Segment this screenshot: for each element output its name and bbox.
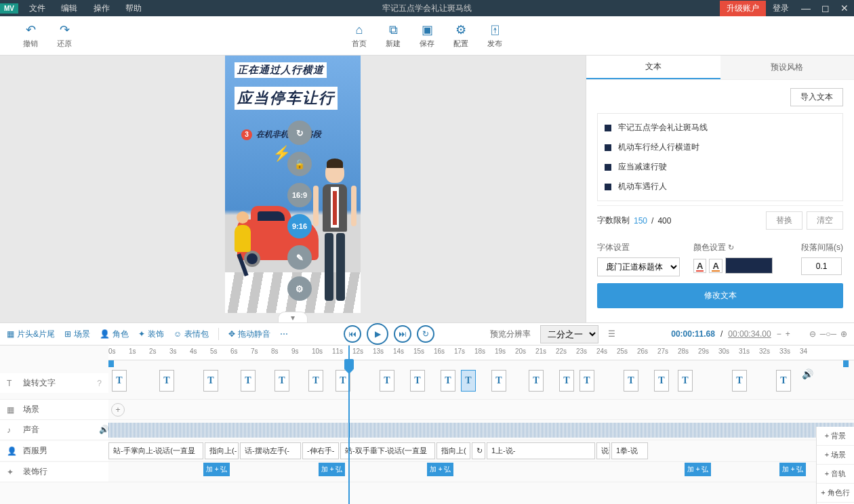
minimize-icon[interactable]: — bbox=[796, 3, 816, 14]
text-clip[interactable]: T bbox=[441, 370, 455, 392]
animation-clip[interactable]: 说话-摆动右手(一 bbox=[596, 442, 610, 459]
ratio-16-9-button[interactable]: 16:9 bbox=[287, 183, 312, 207]
list-item[interactable]: 应当减速行驶 bbox=[602, 157, 838, 177]
text-color-button[interactable]: A bbox=[693, 259, 706, 273]
list-item[interactable]: 机动车行经人行横道时 bbox=[602, 138, 838, 157]
clear-button[interactable]: 清空 bbox=[807, 211, 843, 230]
text-clip[interactable]: T bbox=[732, 370, 747, 392]
text-clip[interactable]: T bbox=[274, 370, 289, 392]
add-scene-button[interactable]: + 场景 bbox=[817, 446, 854, 465]
layers-icon[interactable]: ☰ bbox=[608, 329, 615, 339]
home-button[interactable]: ⌂首页 bbox=[342, 18, 376, 53]
zoom-out-icon[interactable]: ⊖ bbox=[809, 329, 816, 339]
animation-clip[interactable]: 站-双手垂下-说话(一直显 bbox=[340, 442, 435, 459]
upgrade-button[interactable]: 升级账户 bbox=[720, 1, 766, 16]
time-plus[interactable]: + bbox=[786, 329, 790, 339]
time-ruler[interactable]: 0s1s2s3s4s5s6s7s8s9s10s11s12s13s14s15s16… bbox=[108, 345, 854, 360]
tb-emoji[interactable]: ☺ 表情包 bbox=[174, 329, 209, 340]
animation-clip[interactable]: 1上-说- bbox=[487, 442, 595, 459]
deco-clip[interactable]: 加 + 弘 bbox=[203, 463, 230, 476]
add-background-button[interactable]: + 背景 bbox=[817, 427, 854, 446]
text-list[interactable]: 牢记五点学会礼让斑马线 机动车行经人行横道时 应当减速行驶 机动车遇行人 bbox=[597, 113, 843, 201]
lock-tool[interactable]: 🔓 bbox=[287, 152, 312, 176]
list-item[interactable]: 机动车遇行人 bbox=[602, 177, 838, 196]
preview-select[interactable]: 二分之一 bbox=[540, 325, 598, 343]
playhead[interactable] bbox=[348, 345, 350, 504]
text-clip[interactable]: T bbox=[559, 370, 574, 392]
modify-text-button[interactable]: 修改文本 bbox=[597, 283, 843, 308]
undo-button[interactable]: ↶撤销 bbox=[14, 18, 47, 53]
add-character-button[interactable]: + 角色行 bbox=[817, 484, 854, 503]
text-clip[interactable]: T bbox=[241, 370, 256, 392]
zoom-in-icon[interactable]: ⊕ bbox=[840, 329, 847, 339]
close-icon[interactable]: ✕ bbox=[835, 3, 854, 14]
publish-button[interactable]: ⍐发布 bbox=[478, 18, 512, 53]
maximize-icon[interactable]: ◻ bbox=[816, 3, 835, 14]
settings-tool[interactable]: ⚙ bbox=[287, 276, 312, 301]
redo-button[interactable]: ↷还原 bbox=[47, 18, 81, 53]
tb-decoration[interactable]: ✦ 装饰 bbox=[138, 329, 164, 340]
text-clip[interactable]: T bbox=[308, 370, 323, 392]
collapse-handle[interactable]: ▾ bbox=[278, 312, 308, 322]
play-button[interactable]: ▶ bbox=[367, 323, 388, 345]
login-button[interactable]: 登录 bbox=[766, 3, 796, 14]
text-clip[interactable]: T bbox=[203, 370, 218, 392]
text-clip[interactable]: T bbox=[491, 370, 506, 392]
add-audio-button[interactable]: + 音轨 bbox=[817, 465, 854, 484]
prev-button[interactable]: ⏮ bbox=[344, 325, 361, 343]
text-clip[interactable]: T bbox=[410, 370, 425, 392]
edit-tool[interactable]: ✎ bbox=[287, 245, 312, 270]
tb-scene[interactable]: ⊞ 场景 bbox=[64, 329, 90, 340]
canvas-area[interactable]: 正在通过人行横道 应当停车让行 3 在机非机混行路段 ⚡ ↻ 🔓 16:9 9:… bbox=[0, 56, 586, 322]
animation-clip[interactable]: 站-手掌向上-说话(一直显 bbox=[108, 442, 203, 459]
animation-clip[interactable]: 话-摆动左手(- bbox=[240, 442, 301, 459]
text-color-button-2[interactable]: A bbox=[709, 259, 722, 273]
text-clip[interactable]: T bbox=[380, 370, 394, 392]
import-text-button[interactable]: 导入文本 bbox=[790, 88, 843, 106]
refresh-icon[interactable]: ↻ bbox=[728, 243, 734, 251]
text-clip[interactable]: T bbox=[624, 370, 638, 392]
text-clip[interactable]: T bbox=[529, 370, 544, 392]
menu-help[interactable]: 帮助 bbox=[119, 3, 148, 13]
deco-clip[interactable]: 加 + 弘 bbox=[685, 463, 711, 476]
animation-clip[interactable]: 指向上( bbox=[436, 442, 470, 459]
deco-clip[interactable]: 加 + 弘 bbox=[319, 463, 345, 476]
tb-more-icon[interactable]: ⋯ bbox=[280, 329, 288, 339]
add-scene-button[interactable]: + bbox=[111, 403, 125, 417]
menu-file[interactable]: 文件 bbox=[22, 3, 52, 13]
animation-clip[interactable]: -伸右手- bbox=[302, 442, 339, 459]
new-button[interactable]: ⧉新建 bbox=[376, 18, 410, 53]
animation-clip[interactable]: 1拳-说 bbox=[611, 442, 648, 459]
replace-button[interactable]: 替换 bbox=[766, 211, 802, 230]
tb-intro-outro[interactable]: ▦ 片头&片尾 bbox=[7, 329, 55, 340]
refresh-tool[interactable]: ↻ bbox=[287, 121, 312, 145]
speaker-icon[interactable]: 🔊 bbox=[99, 425, 109, 434]
text-clip[interactable]: T bbox=[159, 370, 174, 392]
gap-input[interactable] bbox=[801, 257, 842, 275]
deco-clip[interactable]: 加 + 弘 bbox=[427, 463, 453, 476]
total-time[interactable]: 00:00:34.00 bbox=[728, 329, 771, 339]
font-select[interactable]: 庞门正道标题体 bbox=[597, 257, 680, 276]
text-clip[interactable]: T bbox=[461, 370, 476, 392]
menu-action[interactable]: 操作 bbox=[87, 3, 117, 13]
animation-clip[interactable]: ↻ 站-双手解说(一直显示) bbox=[472, 442, 485, 459]
tb-drag-mute[interactable]: ✥ 拖动静音 bbox=[228, 329, 270, 340]
waveform[interactable] bbox=[108, 423, 854, 438]
animation-clip[interactable]: 指向上(- bbox=[205, 442, 239, 459]
next-button[interactable]: ⏭ bbox=[394, 325, 411, 343]
text-clip[interactable]: T bbox=[580, 370, 594, 392]
save-button[interactable]: ▣保存 bbox=[410, 18, 444, 53]
config-button[interactable]: ⚙配置 bbox=[444, 18, 478, 53]
time-minus[interactable]: − bbox=[777, 329, 781, 339]
tab-preset[interactable]: 预设风格 bbox=[720, 56, 855, 79]
color-swatch[interactable] bbox=[725, 257, 773, 274]
loop-button[interactable]: ↻ bbox=[417, 325, 434, 343]
text-clip[interactable]: T bbox=[112, 370, 127, 392]
help-icon[interactable]: ? bbox=[97, 379, 102, 388]
text-clip[interactable]: T bbox=[654, 370, 669, 392]
tb-character[interactable]: 👤 角色 bbox=[100, 329, 129, 340]
deco-clip[interactable]: 加 + 弘 bbox=[779, 463, 806, 476]
menu-edit[interactable]: 编辑 bbox=[54, 3, 84, 13]
list-item[interactable]: 牢记五点学会礼让斑马线 bbox=[602, 118, 838, 138]
text-clip[interactable]: T bbox=[678, 370, 693, 392]
